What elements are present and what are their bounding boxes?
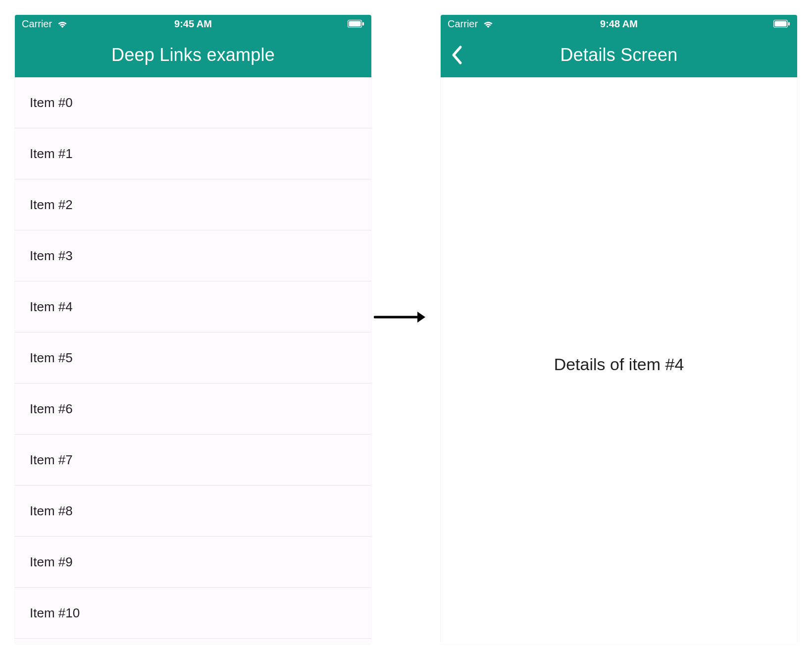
list-item[interactable]: Item #0	[15, 77, 371, 128]
chevron-left-icon	[451, 45, 462, 65]
clock-label: 9:48 AM	[441, 18, 797, 30]
details-body: Details of item #4	[441, 77, 797, 644]
list-item[interactable]: Item #8	[15, 486, 371, 537]
item-list[interactable]: Item #0 Item #1 Item #2 Item #3 Item #4 …	[15, 77, 371, 644]
list-item-label: Item #1	[30, 146, 73, 162]
clock-label: 9:45 AM	[15, 18, 371, 30]
nav-bar: Deep Links example	[15, 33, 371, 77]
battery-icon	[773, 20, 790, 28]
list-item-label: Item #7	[30, 452, 73, 468]
list-item-label: Item #10	[30, 605, 80, 621]
page-title: Details Screen	[560, 45, 678, 65]
svg-rect-1	[349, 21, 361, 27]
phone-list-screen: Carrier 9:45 AM Deep Links example Item …	[15, 15, 371, 644]
phone-details-screen: Carrier 9:48 AM Details Screen Details o	[441, 15, 797, 644]
svg-rect-2	[362, 22, 364, 26]
list-item-label: Item #5	[30, 350, 73, 366]
list-item[interactable]: Item #5	[15, 332, 371, 384]
screenshot-canvas: Carrier 9:45 AM Deep Links example Item …	[0, 0, 812, 659]
list-item-label: Item #4	[30, 299, 73, 315]
svg-rect-6	[788, 22, 790, 26]
list-item[interactable]: Item #10	[15, 588, 371, 639]
wifi-icon	[57, 20, 68, 28]
list-item-label: Item #9	[30, 554, 73, 570]
status-bar: Carrier 9:45 AM	[15, 15, 371, 33]
carrier-label: Carrier	[448, 18, 478, 30]
list-item-label: Item #3	[30, 248, 73, 264]
list-item[interactable]: Item #3	[15, 230, 371, 281]
list-item[interactable]: Item #6	[15, 384, 371, 435]
battery-icon	[348, 20, 364, 28]
list-item[interactable]: Item #4	[15, 281, 371, 332]
carrier-label: Carrier	[22, 18, 52, 30]
list-item[interactable]: Item #1	[15, 128, 371, 179]
list-item-label: Item #0	[30, 95, 73, 110]
list-item-label: Item #6	[30, 401, 73, 417]
list-item-label: Item #2	[30, 197, 73, 213]
svg-rect-5	[775, 21, 787, 27]
details-text: Details of item #4	[554, 355, 684, 374]
back-button[interactable]	[451, 33, 462, 77]
list-item[interactable]: Item #9	[15, 537, 371, 588]
list-item-label: Item #8	[30, 503, 73, 519]
list-item[interactable]: Item #2	[15, 179, 371, 230]
status-bar: Carrier 9:48 AM	[441, 15, 797, 33]
arrow-icon	[374, 310, 427, 325]
page-title: Deep Links example	[111, 45, 275, 65]
wifi-icon	[483, 20, 494, 28]
list-item[interactable]: Item #7	[15, 435, 371, 486]
nav-bar: Details Screen	[441, 33, 797, 77]
